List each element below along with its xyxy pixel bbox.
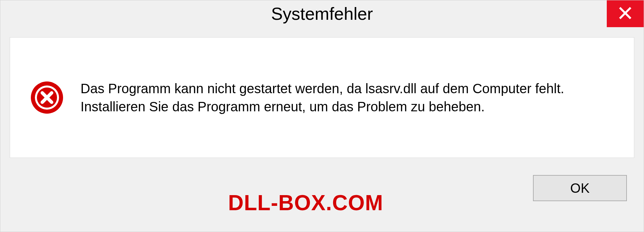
- close-icon: [619, 6, 632, 21]
- close-button[interactable]: [607, 0, 644, 27]
- ok-button[interactable]: OK: [533, 175, 627, 201]
- error-message: Das Programm kann nicht gestartet werden…: [80, 79, 614, 116]
- titlebar: Systemfehler: [0, 0, 644, 34]
- dialog-title: Systemfehler: [271, 4, 373, 24]
- content-area: Das Programm kann nicht gestartet werden…: [10, 37, 634, 158]
- watermark-text: DLL-BOX.COM: [228, 190, 383, 215]
- error-dialog: Systemfehler Das Programm kann nicht ges…: [0, 0, 644, 232]
- button-row: DLL-BOX.COM OK: [0, 158, 644, 218]
- error-icon: [30, 81, 64, 114]
